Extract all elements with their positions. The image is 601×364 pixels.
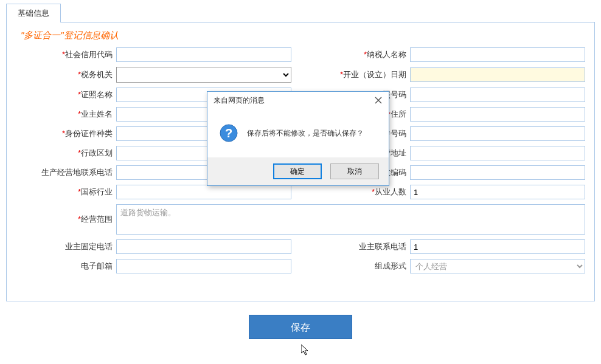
close-icon[interactable] (373, 95, 384, 106)
modal-overlay: 来自网页的消息 ? 保存后将不能修改，是否确认保存？ 确定 取消 (0, 0, 601, 342)
ok-button[interactable]: 确定 (273, 163, 322, 179)
dialog-message: 保存后将不能修改，是否确认保存？ (247, 128, 364, 139)
svg-text:?: ? (225, 126, 232, 140)
question-icon: ? (220, 124, 238, 142)
dialog-title: 来自网页的消息 (214, 95, 265, 106)
cancel-button[interactable]: 取消 (330, 163, 379, 179)
confirm-dialog: 来自网页的消息 ? 保存后将不能修改，是否确认保存？ 确定 取消 (207, 91, 389, 186)
